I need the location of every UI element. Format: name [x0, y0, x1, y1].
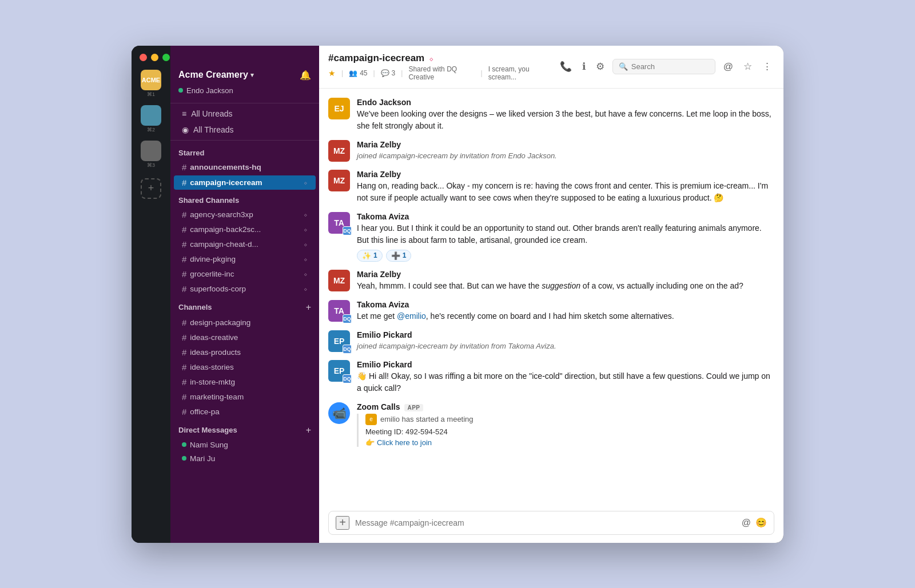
shared-channels-list: # agency-search3xp ⬦# campaign-back2sc..…: [170, 207, 319, 297]
workspace-acme[interactable]: ACME ⌘1: [141, 70, 161, 97]
message-author: Emilio Pickard: [357, 360, 412, 369]
system-message: joined #campaign-icecream by invitation …: [357, 341, 774, 351]
zoom-app-name: Zoom Calls: [357, 402, 400, 411]
sidebar-channel-ideas-creative[interactable]: # ideas-creative: [174, 330, 316, 345]
message-content: Endo Jackson We've been looking over the…: [357, 98, 774, 132]
reaction[interactable]: ➕ 1: [386, 250, 412, 262]
dm-item-nami-sung[interactable]: Nami Sung: [174, 438, 316, 451]
workspace-3[interactable]: ⌘3: [141, 141, 161, 168]
workspace-icon-2: [141, 105, 161, 126]
channels-section-header: Channels +: [170, 297, 319, 315]
add-attachment-button[interactable]: +: [336, 516, 349, 530]
add-channel-button[interactable]: +: [306, 302, 311, 313]
channel-title-area: #campaign-icecream ⬦ ★ | 👥 45 | 💬 3 |: [328, 53, 551, 81]
zoom-header: Zoom Calls APP: [357, 402, 774, 411]
add-dm-button[interactable]: +: [306, 425, 311, 435]
info-icon[interactable]: ℹ: [580, 58, 588, 75]
message-text: We've been looking over the designs – we…: [357, 108, 774, 132]
sidebar-channel-divine-pkging[interactable]: # divine-pkging ⬦: [174, 252, 316, 266]
message-header: Takoma Aviza: [357, 300, 774, 309]
sidebar-channel-design-packaging[interactable]: # design-packaging: [174, 315, 316, 330]
hash-icon: #: [182, 254, 186, 264]
avatar: EP DQ: [328, 360, 350, 382]
sidebar-channel-announcements-hq[interactable]: # announcements-hq: [174, 160, 316, 174]
user-name-label: Endo Jackson: [186, 86, 233, 95]
message-header: Endo Jackson: [357, 98, 774, 107]
message-group-msg1: EJ Endo Jackson We've been looking over …: [328, 98, 774, 132]
at-icon[interactable]: @: [721, 59, 735, 75]
channels-title: Channels: [178, 303, 212, 311]
menu-icon: ≡: [182, 109, 186, 118]
dm-item-mari-ju[interactable]: Mari Ju: [174, 452, 316, 465]
zoom-join-link: 👉 Click here to join: [365, 438, 774, 447]
zoom-join-button[interactable]: Click here to join: [377, 438, 432, 447]
more-icon[interactable]: ⋮: [760, 58, 774, 75]
sidebar-channel-campaign-icecream[interactable]: # campaign-icecream ⬦: [174, 175, 316, 190]
reactions: ✨ 1 ➕ 1: [357, 250, 774, 262]
hash-icon: #: [182, 210, 186, 219]
message-header: Takoma Aviza: [357, 212, 774, 221]
sidebar-item-all-threads[interactable]: ◉ All Threads: [174, 122, 316, 137]
message-text: Hang on, reading back... Okay - my conce…: [357, 180, 774, 204]
sidebar-channel-ideas-products[interactable]: # ideas-products: [174, 345, 316, 359]
sidebar-channel-ideas-stories[interactable]: # ideas-stories: [174, 360, 316, 374]
message-text: Yeah, hmmm. I could see that. But can we…: [357, 280, 774, 292]
shared-ch-icon: ⬦: [304, 226, 308, 233]
sidebar-channel-superfoods-corp[interactable]: # superfoods-corp ⬦: [174, 282, 316, 296]
mention-link[interactable]: @emilio: [397, 311, 426, 321]
italic-word: suggestion: [542, 281, 580, 290]
channel-title-row: #campaign-icecream ⬦: [328, 53, 551, 64]
call-icon[interactable]: 📞: [558, 58, 574, 75]
avatar: TA DQ: [328, 300, 350, 322]
minimize-button[interactable]: [151, 54, 158, 61]
close-button[interactable]: [140, 54, 147, 61]
sidebar-channel-grocerlite-inc[interactable]: # grocerlite-inc ⬦: [174, 267, 316, 281]
acme-text: ACME: [142, 77, 160, 83]
message-header: Emilio Pickard: [357, 330, 774, 339]
fullscreen-button[interactable]: [162, 54, 170, 61]
reaction[interactable]: ✨ 1: [357, 250, 383, 262]
search-box[interactable]: 🔍: [612, 59, 715, 74]
add-workspace-button[interactable]: +: [141, 178, 161, 199]
message-input[interactable]: [355, 518, 736, 527]
zoom-started-text: emilio has started a meeting: [380, 415, 474, 423]
sidebar-channel-office-pa[interactable]: # office-pa: [174, 405, 316, 419]
emoji-input-icon[interactable]: 😊: [755, 517, 767, 528]
at-input-icon[interactable]: @: [742, 518, 751, 528]
settings-icon[interactable]: ⚙: [594, 58, 607, 75]
star-header-icon[interactable]: ☆: [741, 58, 754, 75]
zoom-message-card: e emilio has started a meeting Meeting I…: [357, 414, 774, 447]
reaction-emoji: ✨: [362, 251, 371, 260]
message-author: Maria Zelby: [357, 140, 401, 149]
channel-header: #campaign-icecream ⬦ ★ | 👥 45 | 💬 3 |: [319, 46, 783, 89]
workspace-2[interactable]: ⌘2: [141, 105, 161, 133]
workspace-name[interactable]: Acme Creamery ▾: [178, 70, 254, 80]
bell-icon[interactable]: 🔔: [300, 70, 311, 81]
message-author: Takoma Aviza: [357, 212, 409, 221]
shortcut-label-1: ⌘1: [147, 91, 155, 97]
input-actions: @ 😊: [742, 517, 767, 528]
shared-ch-icon: ⬦: [304, 241, 308, 247]
message-input-box: + @ 😊: [328, 511, 774, 535]
message-group-msg6: TA DQ Takoma Aviza Let me get @emilio, h…: [328, 300, 774, 322]
message-content: Maria Zelby joined #campaign-icecream by…: [357, 140, 774, 162]
message-content: Maria Zelby Yeah, hmmm. I could see that…: [357, 270, 774, 292]
star-icon[interactable]: ★: [328, 69, 336, 78]
avatar: TA DQ: [328, 212, 350, 234]
message-header: Maria Zelby: [357, 270, 774, 279]
sidebar-channel-marketing-team[interactable]: # marketing-team: [174, 390, 316, 404]
shared-ch-icon: ⬦: [304, 270, 308, 277]
message-content: Takoma Aviza Let me get @emilio, he's re…: [357, 300, 774, 322]
sidebar-item-all-unreads[interactable]: ≡ All Unreads: [174, 106, 316, 121]
system-message: joined #campaign-icecream by invitation …: [357, 150, 774, 161]
sidebar-channel-in-store-mktg[interactable]: # in-store-mktg: [174, 375, 316, 389]
sidebar-channel-agency-search3xp[interactable]: # agency-search3xp ⬦: [174, 207, 316, 222]
sidebar-channel-campaign-cheat-d[interactable]: # campaign-cheat-d... ⬦: [174, 237, 316, 251]
avatar: MZ: [328, 140, 350, 162]
message-group-msg3: MZ Maria Zelby Hang on, reading back... …: [328, 170, 774, 204]
search-input[interactable]: [631, 62, 709, 71]
avatar: EP DQ: [328, 330, 350, 352]
sidebar-channel-campaign-back2sc[interactable]: # campaign-back2sc... ⬦: [174, 222, 316, 237]
message-author: Emilio Pickard: [357, 330, 412, 339]
shared-ch-icon: ⬦: [304, 285, 308, 292]
